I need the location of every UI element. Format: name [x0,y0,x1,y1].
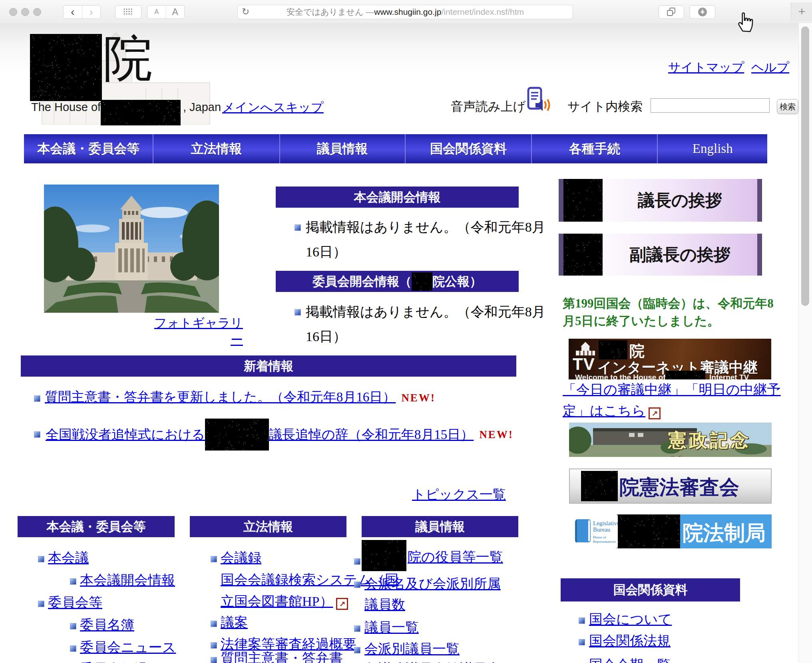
news-header: 新着情報 [21,355,516,377]
forward-icon: › [90,6,93,18]
vice-speaker-banner-label: 副議長の挨拶 [603,234,757,276]
list-bullet-icon [70,578,76,585]
search-input[interactable] [651,98,770,113]
nav-plenary-committees[interactable]: 本会議・委員会等 [24,134,153,163]
link-iin-meibo[interactable]: 委員名簿 [80,616,134,634]
list-bullet-icon [211,621,217,627]
tv-logo-text: TV [573,355,595,374]
link-honkaigi-kaikai[interactable]: 本会議開会情報 [80,571,175,590]
bureau-logo-line: House of [593,535,620,540]
site-subtitle-suffix: , Japan [183,101,221,114]
list-bullet-icon [38,601,44,607]
link-session-list-partial[interactable]: 国会会期一覧 [589,656,671,663]
font-smaller-button[interactable]: A [147,6,166,18]
link-shitsumon[interactable]: 質問主意書・答弁書 [221,649,343,663]
site-search-label: サイト内検索 [567,98,643,115]
news-item: 質問主意書・答弁書を更新しました。（令和元年8月16日）NEW! [45,388,436,406]
grid-icon [123,8,133,16]
photo-gallery-link[interactable]: フォトギャラリー [152,315,243,348]
reload-button[interactable]: ↻ [242,6,249,17]
sitemap-link[interactable]: サイトマップ [668,59,744,76]
kenpo-banner-label: 院憲法審査会 [619,474,739,501]
downloads-button[interactable] [690,5,715,19]
link-giin-kaikan-partial[interactable]: 衆議院議員会館議員事 [364,660,500,663]
address-bar[interactable]: 安全ではありません — www.shugiin.go.jp/internet/i… [237,5,573,19]
window-close-button[interactable] [9,8,17,16]
list-bullet-icon [211,642,217,649]
censored-speaker-portrait [563,179,603,222]
speaker-greeting-banner[interactable]: 議長の挨拶 [559,179,762,222]
vice-speaker-greeting-banner[interactable]: 副議長の挨拶 [559,234,762,276]
diet-building-photo[interactable] [44,185,219,313]
news-item-link-suffix[interactable]: 議長追悼の辞（令和元年8月15日） [269,426,474,444]
back-button[interactable]: ‹ [64,6,82,18]
tab-overview-grid-button[interactable] [115,5,141,19]
nav-english[interactable]: English [657,134,767,163]
window-minimize-button[interactable] [21,8,29,16]
docs-title: 国会関係資料 [613,582,688,598]
scrollbar-thumb[interactable] [801,26,809,306]
link-honkaigi[interactable]: 本会議 [48,549,89,567]
column-header-legislation: 立法情報 [190,516,346,537]
skip-to-main-link[interactable]: メインへスキップ [222,99,324,116]
link-kaiha-giin-ichiran[interactable]: 会派別議員一覧 [364,640,460,658]
new-badge: NEW! [479,429,513,441]
list-bullet-icon [211,657,217,663]
bureau-logo-line: Representatives [593,540,620,544]
tv-schedule-link-label[interactable]: 「今日の審議中継」「明日の中継予定」はこちら [563,382,781,418]
news-title: 新着情報 [244,358,293,375]
link-iinkai-keika-partial[interactable]: 委員会経過 [80,660,148,663]
tab-exposé-button[interactable] [659,5,684,19]
kenpo-shinsakai-banner[interactable]: 院憲法審査会 [569,468,772,504]
help-link[interactable]: ヘルプ [751,59,789,76]
external-link-icon: ↗ [336,598,348,610]
censored-chamber-noise [618,514,680,548]
housei-kyoku-banner[interactable]: Legislative Bureau House of Representati… [569,514,772,548]
nav-legislation[interactable]: 立法情報 [153,134,279,163]
bureau-logo-line: Bureau [593,526,620,533]
internet-tv-banner[interactable]: TV 院 インターネット審議中継 Welcome to the House of… [569,339,771,379]
link-kaiha-shozoku[interactable]: 会派名及び会派別所属議員数 [364,574,505,615]
plenary-info-item: 掲載情報はありません。（令和元年8月16日） [306,215,545,264]
search-button-label: 検索 [780,101,796,112]
link-iinkai[interactable]: 委員会等 [48,594,102,612]
security-warning-text: 安全ではありません — [287,6,374,18]
font-larger-button[interactable]: A [166,6,185,18]
plus-icon: + [798,5,806,18]
link-about-diet[interactable]: 国会について [589,610,672,629]
text-to-speech-icon[interactable] [527,86,552,114]
window-zoom-button[interactable] [33,8,41,16]
link-gian[interactable]: 議案 [221,613,248,632]
censored-chamber-noise [412,272,432,291]
tts-label: 音声読み上げ [451,98,525,115]
list-bullet-icon [70,623,76,629]
nav-procedures[interactable]: 各種手続 [531,134,657,163]
nav-members[interactable]: 議員情報 [279,134,405,163]
tv-schedule-link[interactable]: 「今日の審議中継」「明日の中継予定」はこちら↗ [563,380,782,423]
safari-window: ‹ › A A 安全ではありません — www.shugiin.go.jp/in… [0,0,812,663]
link-kaigiroku[interactable]: 会議録 [221,549,261,567]
committee-info-title-prefix: 委員会開会情報（ [312,273,412,290]
list-bullet-icon [579,617,585,624]
new-tab-button[interactable]: + [791,2,812,21]
committee-info-item: 掲載情報はありません。（令和元年8月16日） [306,300,545,349]
censored-chamber-noise [599,340,627,359]
plenary-info-header: 本会議開会情報 [276,187,519,208]
search-button[interactable]: 検索 [777,99,798,114]
kensei-kinenkan-banner[interactable]: 憲政記念館 [569,423,772,457]
link-diet-laws[interactable]: 国会関係法規 [589,632,671,650]
news-item-link[interactable]: 質問主意書・答弁書を更新しました。（令和元年8月16日） [45,390,396,404]
link-iinkai-news[interactable]: 委員会ニュース [80,638,176,657]
link-yakuin-ichiran[interactable]: 院の役員等一覧 [408,548,503,566]
book-icon [572,518,593,545]
reload-icon: ↻ [242,6,249,17]
topics-list-link[interactable]: トピックス一覧 [400,486,506,504]
new-badge: NEW! [401,392,436,404]
link-giin-ichiran[interactable]: 議員一覧 [364,618,419,637]
url-path: /internet/index.nsf/htm [441,7,524,17]
list-bullet-icon [354,625,360,632]
nav-label: 本会議・委員会等 [37,140,139,158]
nav-diet-materials[interactable]: 国会関係資料 [405,134,531,163]
news-item-link-prefix[interactable]: 全国戦没者追悼式における [46,426,205,444]
forward-button[interactable]: › [82,6,101,18]
